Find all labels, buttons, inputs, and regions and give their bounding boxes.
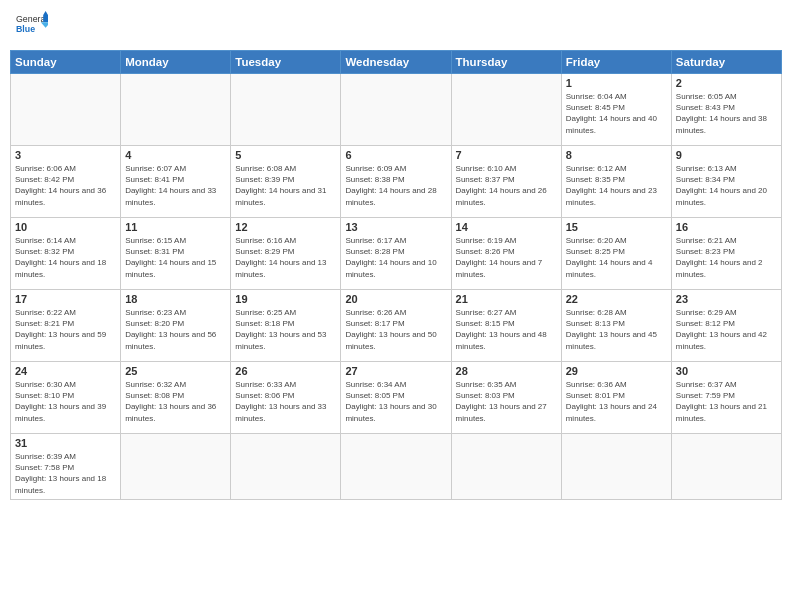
- calendar-cell: 1Sunrise: 6:04 AM Sunset: 8:45 PM Daylig…: [561, 74, 671, 146]
- day-number: 11: [125, 221, 226, 233]
- day-info: Sunrise: 6:29 AM Sunset: 8:12 PM Dayligh…: [676, 307, 777, 352]
- calendar-cell: 25Sunrise: 6:32 AM Sunset: 8:08 PM Dayli…: [121, 362, 231, 434]
- calendar-cell: [231, 74, 341, 146]
- svg-marker-4: [41, 22, 48, 28]
- calendar-cell: 17Sunrise: 6:22 AM Sunset: 8:21 PM Dayli…: [11, 290, 121, 362]
- day-info: Sunrise: 6:09 AM Sunset: 8:38 PM Dayligh…: [345, 163, 446, 208]
- day-info: Sunrise: 6:16 AM Sunset: 8:29 PM Dayligh…: [235, 235, 336, 280]
- calendar-cell: 11Sunrise: 6:15 AM Sunset: 8:31 PM Dayli…: [121, 218, 231, 290]
- calendar-cell: 31Sunrise: 6:39 AM Sunset: 7:58 PM Dayli…: [11, 434, 121, 500]
- calendar-cell: 15Sunrise: 6:20 AM Sunset: 8:25 PM Dayli…: [561, 218, 671, 290]
- calendar-cell: 21Sunrise: 6:27 AM Sunset: 8:15 PM Dayli…: [451, 290, 561, 362]
- day-info: Sunrise: 6:25 AM Sunset: 8:18 PM Dayligh…: [235, 307, 336, 352]
- svg-text:Blue: Blue: [16, 24, 35, 34]
- day-number: 7: [456, 149, 557, 161]
- day-number: 1: [566, 77, 667, 89]
- weekday-header-tuesday: Tuesday: [231, 51, 341, 74]
- day-info: Sunrise: 6:32 AM Sunset: 8:08 PM Dayligh…: [125, 379, 226, 424]
- day-number: 31: [15, 437, 116, 449]
- day-info: Sunrise: 6:08 AM Sunset: 8:39 PM Dayligh…: [235, 163, 336, 208]
- day-info: Sunrise: 6:27 AM Sunset: 8:15 PM Dayligh…: [456, 307, 557, 352]
- calendar-cell: 23Sunrise: 6:29 AM Sunset: 8:12 PM Dayli…: [671, 290, 781, 362]
- day-number: 5: [235, 149, 336, 161]
- day-info: Sunrise: 6:23 AM Sunset: 8:20 PM Dayligh…: [125, 307, 226, 352]
- calendar-cell: 12Sunrise: 6:16 AM Sunset: 8:29 PM Dayli…: [231, 218, 341, 290]
- day-number: 28: [456, 365, 557, 377]
- day-info: Sunrise: 6:14 AM Sunset: 8:32 PM Dayligh…: [15, 235, 116, 280]
- calendar-cell: 30Sunrise: 6:37 AM Sunset: 7:59 PM Dayli…: [671, 362, 781, 434]
- logo-text: General Blue: [14, 10, 48, 42]
- calendar-cell: 10Sunrise: 6:14 AM Sunset: 8:32 PM Dayli…: [11, 218, 121, 290]
- weekday-header-saturday: Saturday: [671, 51, 781, 74]
- calendar-table: SundayMondayTuesdayWednesdayThursdayFrid…: [10, 50, 782, 500]
- day-info: Sunrise: 6:34 AM Sunset: 8:05 PM Dayligh…: [345, 379, 446, 424]
- day-number: 15: [566, 221, 667, 233]
- day-number: 17: [15, 293, 116, 305]
- calendar-cell: 8Sunrise: 6:12 AM Sunset: 8:35 PM Daylig…: [561, 146, 671, 218]
- weekday-header-thursday: Thursday: [451, 51, 561, 74]
- calendar-cell: [121, 74, 231, 146]
- day-number: 12: [235, 221, 336, 233]
- calendar-cell: 27Sunrise: 6:34 AM Sunset: 8:05 PM Dayli…: [341, 362, 451, 434]
- calendar-week-2: 10Sunrise: 6:14 AM Sunset: 8:32 PM Dayli…: [11, 218, 782, 290]
- calendar-cell: [341, 74, 451, 146]
- weekday-header-row: SundayMondayTuesdayWednesdayThursdayFrid…: [11, 51, 782, 74]
- calendar-cell: 6Sunrise: 6:09 AM Sunset: 8:38 PM Daylig…: [341, 146, 451, 218]
- day-info: Sunrise: 6:15 AM Sunset: 8:31 PM Dayligh…: [125, 235, 226, 280]
- day-number: 26: [235, 365, 336, 377]
- day-number: 6: [345, 149, 446, 161]
- calendar-cell: 19Sunrise: 6:25 AM Sunset: 8:18 PM Dayli…: [231, 290, 341, 362]
- day-info: Sunrise: 6:30 AM Sunset: 8:10 PM Dayligh…: [15, 379, 116, 424]
- day-number: 22: [566, 293, 667, 305]
- weekday-header-sunday: Sunday: [11, 51, 121, 74]
- day-number: 29: [566, 365, 667, 377]
- calendar-cell: 14Sunrise: 6:19 AM Sunset: 8:26 PM Dayli…: [451, 218, 561, 290]
- day-info: Sunrise: 6:19 AM Sunset: 8:26 PM Dayligh…: [456, 235, 557, 280]
- day-number: 14: [456, 221, 557, 233]
- day-number: 24: [15, 365, 116, 377]
- calendar-cell: 22Sunrise: 6:28 AM Sunset: 8:13 PM Dayli…: [561, 290, 671, 362]
- day-info: Sunrise: 6:05 AM Sunset: 8:43 PM Dayligh…: [676, 91, 777, 136]
- svg-marker-2: [43, 11, 48, 15]
- day-number: 27: [345, 365, 446, 377]
- day-number: 9: [676, 149, 777, 161]
- day-info: Sunrise: 6:28 AM Sunset: 8:13 PM Dayligh…: [566, 307, 667, 352]
- day-number: 4: [125, 149, 226, 161]
- day-number: 13: [345, 221, 446, 233]
- day-info: Sunrise: 6:26 AM Sunset: 8:17 PM Dayligh…: [345, 307, 446, 352]
- day-number: 21: [456, 293, 557, 305]
- calendar-cell: 20Sunrise: 6:26 AM Sunset: 8:17 PM Dayli…: [341, 290, 451, 362]
- day-info: Sunrise: 6:20 AM Sunset: 8:25 PM Dayligh…: [566, 235, 667, 280]
- calendar-cell: 7Sunrise: 6:10 AM Sunset: 8:37 PM Daylig…: [451, 146, 561, 218]
- calendar-cell: [11, 74, 121, 146]
- calendar-cell: 13Sunrise: 6:17 AM Sunset: 8:28 PM Dayli…: [341, 218, 451, 290]
- day-info: Sunrise: 6:37 AM Sunset: 7:59 PM Dayligh…: [676, 379, 777, 424]
- day-info: Sunrise: 6:39 AM Sunset: 7:58 PM Dayligh…: [15, 451, 116, 496]
- day-info: Sunrise: 6:04 AM Sunset: 8:45 PM Dayligh…: [566, 91, 667, 136]
- weekday-header-monday: Monday: [121, 51, 231, 74]
- day-info: Sunrise: 6:35 AM Sunset: 8:03 PM Dayligh…: [456, 379, 557, 424]
- svg-rect-3: [43, 15, 48, 22]
- page: General Blue SundayMondayTuesdayWednesda…: [0, 0, 792, 612]
- day-info: Sunrise: 6:07 AM Sunset: 8:41 PM Dayligh…: [125, 163, 226, 208]
- calendar-week-1: 3Sunrise: 6:06 AM Sunset: 8:42 PM Daylig…: [11, 146, 782, 218]
- calendar-cell: 9Sunrise: 6:13 AM Sunset: 8:34 PM Daylig…: [671, 146, 781, 218]
- day-info: Sunrise: 6:12 AM Sunset: 8:35 PM Dayligh…: [566, 163, 667, 208]
- day-info: Sunrise: 6:22 AM Sunset: 8:21 PM Dayligh…: [15, 307, 116, 352]
- day-number: 18: [125, 293, 226, 305]
- calendar-week-0: 1Sunrise: 6:04 AM Sunset: 8:45 PM Daylig…: [11, 74, 782, 146]
- calendar-week-5: 31Sunrise: 6:39 AM Sunset: 7:58 PM Dayli…: [11, 434, 782, 500]
- calendar-cell: [341, 434, 451, 500]
- calendar-cell: [451, 434, 561, 500]
- weekday-header-wednesday: Wednesday: [341, 51, 451, 74]
- day-info: Sunrise: 6:10 AM Sunset: 8:37 PM Dayligh…: [456, 163, 557, 208]
- day-info: Sunrise: 6:13 AM Sunset: 8:34 PM Dayligh…: [676, 163, 777, 208]
- day-number: 8: [566, 149, 667, 161]
- calendar-cell: 29Sunrise: 6:36 AM Sunset: 8:01 PM Dayli…: [561, 362, 671, 434]
- calendar-cell: 18Sunrise: 6:23 AM Sunset: 8:20 PM Dayli…: [121, 290, 231, 362]
- weekday-header-friday: Friday: [561, 51, 671, 74]
- day-info: Sunrise: 6:33 AM Sunset: 8:06 PM Dayligh…: [235, 379, 336, 424]
- calendar-cell: 4Sunrise: 6:07 AM Sunset: 8:41 PM Daylig…: [121, 146, 231, 218]
- day-info: Sunrise: 6:17 AM Sunset: 8:28 PM Dayligh…: [345, 235, 446, 280]
- calendar-cell: [121, 434, 231, 500]
